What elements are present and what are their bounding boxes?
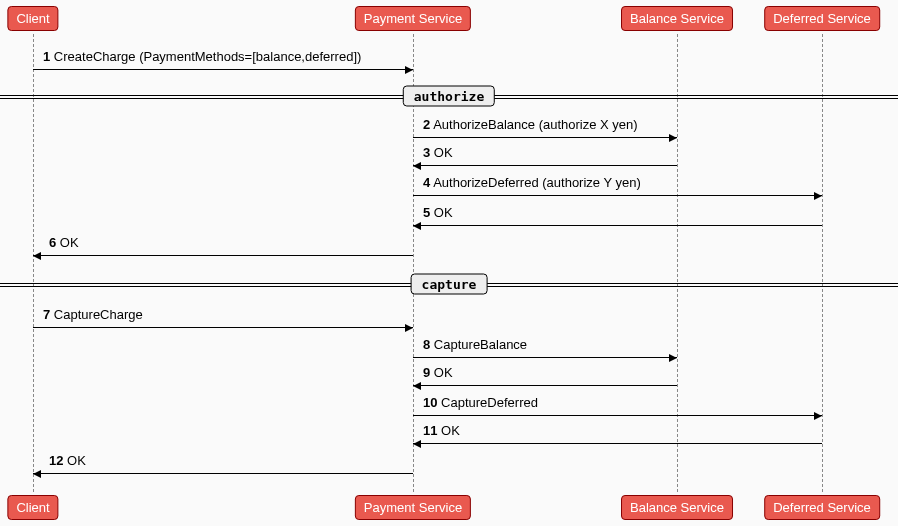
- message-8-number: 8: [423, 337, 430, 352]
- message-7-number: 7: [43, 307, 50, 322]
- message-12: 12 OK: [33, 454, 413, 474]
- message-8: 8 CaptureBalance: [413, 338, 677, 358]
- lifeline-deferred: [822, 34, 823, 492]
- message-10-text: CaptureDeferred: [441, 395, 538, 410]
- participant-client-top: Client: [7, 6, 58, 31]
- message-12-number: 12: [49, 453, 63, 468]
- message-12-text: OK: [67, 453, 86, 468]
- message-5: 5 OK: [413, 206, 822, 226]
- message-2: 2 AuthorizeBalance (authorize X yen): [413, 118, 677, 138]
- message-9: 9 OK: [413, 366, 677, 386]
- message-1: 1 CreateCharge (PaymentMethods=[balance,…: [33, 50, 413, 70]
- participant-payment-bottom: Payment Service: [355, 495, 471, 520]
- message-6: 6 OK: [33, 236, 413, 256]
- divider-authorize-label: authorize: [403, 86, 495, 107]
- lifeline-client: [33, 34, 34, 492]
- message-11: 11 OK: [413, 424, 822, 444]
- message-7-text: CaptureCharge: [54, 307, 143, 322]
- message-1-number: 1: [43, 49, 50, 64]
- participant-balance-top: Balance Service: [621, 6, 733, 31]
- message-7: 7 CaptureCharge: [33, 308, 413, 328]
- participant-deferred-bottom: Deferred Service: [764, 495, 880, 520]
- message-5-text: OK: [434, 205, 453, 220]
- message-2-text: AuthorizeBalance (authorize X yen): [433, 117, 638, 132]
- message-3-number: 3: [423, 145, 430, 160]
- divider-capture-label: capture: [411, 274, 488, 295]
- participant-payment-top: Payment Service: [355, 6, 471, 31]
- message-11-number: 11: [423, 423, 437, 438]
- message-6-number: 6: [49, 235, 56, 250]
- participant-deferred-top: Deferred Service: [764, 6, 880, 31]
- message-3-text: OK: [434, 145, 453, 160]
- message-4: 4 AuthorizeDeferred (authorize Y yen): [413, 176, 822, 196]
- message-1-text: CreateCharge (PaymentMethods=[balance,de…: [54, 49, 361, 64]
- message-6-text: OK: [60, 235, 79, 250]
- sequence-diagram: Client Payment Service Balance Service D…: [0, 0, 898, 526]
- message-9-number: 9: [423, 365, 430, 380]
- message-8-text: CaptureBalance: [434, 337, 527, 352]
- message-9-text: OK: [434, 365, 453, 380]
- message-2-number: 2: [423, 117, 430, 132]
- message-5-number: 5: [423, 205, 430, 220]
- message-10: 10 CaptureDeferred: [413, 396, 822, 416]
- message-4-text: AuthorizeDeferred (authorize Y yen): [433, 175, 641, 190]
- participant-client-bottom: Client: [7, 495, 58, 520]
- message-11-text: OK: [441, 423, 460, 438]
- message-4-number: 4: [423, 175, 430, 190]
- message-3: 3 OK: [413, 146, 677, 166]
- message-10-number: 10: [423, 395, 437, 410]
- participant-balance-bottom: Balance Service: [621, 495, 733, 520]
